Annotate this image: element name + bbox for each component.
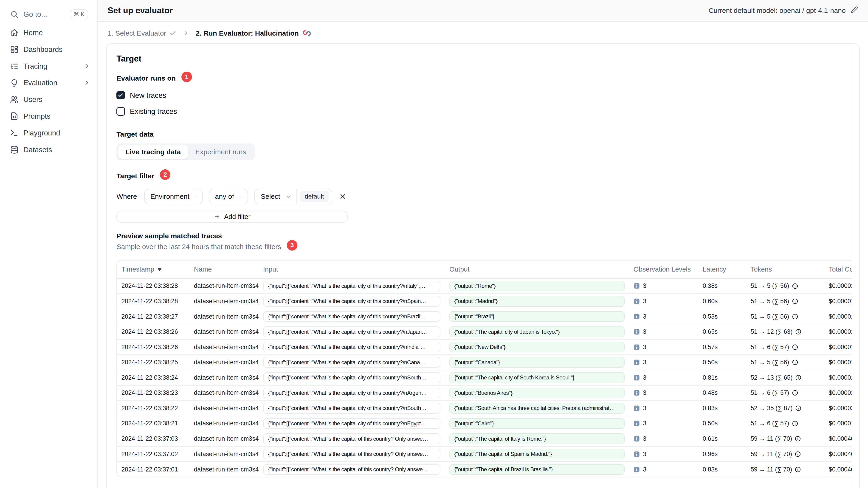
observation-count: 3: [643, 344, 646, 351]
observation-count: 3: [643, 435, 646, 442]
sidebar-item-tracing[interactable]: Tracing: [0, 58, 97, 75]
tokens-value: 51 → 6 (∑ 57): [751, 344, 789, 351]
observation-levels-cell: 3: [629, 431, 698, 447]
filter-column-select[interactable]: Environment: [144, 189, 203, 204]
traces-table: TimestampNameInputOutputObservation Leve…: [117, 261, 854, 477]
output-json-chip: {"output":"The capital city of South Kor…: [450, 372, 625, 383]
observation-levels-cell: 3: [629, 309, 698, 324]
column-header-name[interactable]: Name: [189, 261, 258, 279]
tab-experiment-runs[interactable]: Experiment runs: [188, 145, 253, 159]
sidebar-item-evaluation[interactable]: Evaluation: [0, 74, 97, 91]
output-cell: {"output":"Brazil"}: [445, 309, 629, 324]
table-row[interactable]: 2024-11-22 03:38:27dataset-run-item-cm3s…: [117, 309, 854, 324]
table-row[interactable]: 2024-11-22 03:38:28dataset-run-item-cm3s…: [117, 294, 854, 309]
output-json-chip: {"output":"The capital city of Japan is …: [450, 326, 625, 337]
table-row[interactable]: 2024-11-22 03:38:23dataset-run-item-cm3s…: [117, 385, 854, 401]
timestamp-cell: 2024-11-22 03:38:22: [117, 400, 189, 416]
breadcrumb-step-1[interactable]: 1. Select Evaluator: [108, 29, 176, 37]
info-square-icon: [633, 405, 640, 412]
output-cell: {"output":"The capital of Brazil is Bras…: [445, 462, 629, 477]
table-row[interactable]: 2024-11-22 03:37:03dataset-run-item-cm3s…: [117, 431, 854, 447]
info-circle-icon: [792, 298, 798, 304]
observation-count: 3: [643, 359, 646, 366]
checkbox-new-traces[interactable]: New traces: [117, 90, 849, 101]
goto-search[interactable]: Go to... ⌘ K: [0, 7, 97, 24]
sidebar-item-users[interactable]: Users: [0, 91, 97, 108]
close-icon: [339, 193, 347, 200]
column-header-observation-levels[interactable]: Observation Levels: [629, 261, 698, 279]
check-icon: [169, 30, 176, 36]
latency-cell: 0.57s: [698, 339, 746, 355]
output-cell: {"output":"The capital city of Japan is …: [445, 324, 629, 339]
table-row[interactable]: 2024-11-22 03:38:22dataset-run-item-cm3s…: [117, 400, 854, 416]
input-json-chip: {"input":[{"content":"What is the capita…: [263, 403, 441, 414]
sidebar-item-prompts[interactable]: Prompts: [0, 108, 97, 125]
sidebar-item-label: Datasets: [24, 145, 52, 154]
preview-subtitle: Sample over the last 24 hours that match…: [117, 243, 849, 253]
observation-count: 3: [643, 313, 646, 320]
sidebar-item-home[interactable]: Home: [0, 24, 97, 41]
filter-operator-select[interactable]: any of: [209, 189, 248, 204]
total-cost-cell: $0.000011 (: [825, 416, 854, 431]
info-circle-icon: [792, 314, 798, 320]
name-cell: dataset-run-item-cm3s4: [189, 279, 258, 294]
filter-value-button[interactable]: Select: [255, 189, 297, 204]
observation-levels-cell: 3: [629, 462, 698, 477]
default-model-label: Current default model: openai / gpt-4.1-…: [708, 7, 845, 14]
sidebar-item-playground[interactable]: Playground: [0, 125, 97, 141]
table-row[interactable]: 2024-11-22 03:37:01dataset-run-item-cm3s…: [117, 462, 854, 477]
datasets-icon: [10, 145, 19, 154]
table-row[interactable]: 2024-11-22 03:38:28dataset-run-item-cm3s…: [117, 279, 854, 294]
tokens-cell: 59 → 11 (∑ 70): [746, 462, 824, 477]
info-circle-icon: [795, 466, 801, 473]
column-header-tokens[interactable]: Tokens: [746, 261, 824, 279]
total-cost-cell: $0.00046 (: [825, 447, 854, 462]
search-icon: [10, 10, 19, 19]
input-cell: {"input":[{"content":"What is the capita…: [258, 355, 445, 370]
tokens-cell: 51 → 6 (∑ 57): [746, 339, 824, 355]
tab-live-tracing-data[interactable]: Live tracing data: [118, 145, 188, 159]
home-icon: [10, 29, 19, 37]
checkbox-label: New traces: [130, 91, 166, 100]
tokens-cell: 59 → 11 (∑ 70): [746, 447, 824, 462]
add-filter-button[interactable]: Add filter: [117, 211, 348, 223]
remove-filter-button[interactable]: [339, 193, 347, 200]
edit-pencil-icon[interactable]: [851, 6, 858, 15]
table-row[interactable]: 2024-11-22 03:38:25dataset-run-item-cm3s…: [117, 355, 854, 370]
vertical-scrollbar[interactable]: [852, 44, 854, 488]
input-cell: {"input":[{"content":"What is the capita…: [258, 462, 445, 477]
prompts-icon: [10, 112, 19, 120]
column-header-input[interactable]: Input: [258, 261, 445, 279]
checkbox-box[interactable]: [117, 91, 125, 99]
tokens-value: 59 → 11 (∑ 70): [751, 451, 792, 458]
table-row[interactable]: 2024-11-22 03:38:26dataset-run-item-cm3s…: [117, 324, 854, 339]
table-row[interactable]: 2024-11-22 03:38:24dataset-run-item-cm3s…: [117, 370, 854, 385]
checkbox-box[interactable]: [117, 107, 125, 116]
info-circle-icon: [795, 436, 801, 442]
info-circle-icon: [795, 405, 801, 411]
observation-count: 3: [643, 389, 646, 396]
latency-cell: 0.96s: [698, 447, 746, 462]
page-content: 1. Select Evaluator 2. Run Evaluator: Ha…: [98, 22, 868, 488]
output-json-chip: {"output":"The capital of Italy is Rome.…: [450, 433, 625, 444]
sort-desc-icon: [157, 268, 162, 271]
column-header-total-cost[interactable]: Total Cost: [825, 261, 854, 279]
input-cell: {"input":[{"content":"What is the capita…: [258, 385, 445, 401]
table-row[interactable]: 2024-11-22 03:38:21dataset-run-item-cm3s…: [117, 416, 854, 431]
input-cell: {"input":[{"content":"What is the capita…: [258, 431, 445, 447]
info-square-icon: [633, 344, 640, 351]
table-row[interactable]: 2024-11-22 03:37:02dataset-run-item-cm3s…: [117, 447, 854, 462]
column-header-output[interactable]: Output: [445, 261, 629, 279]
tokens-value: 51 → 5 (∑ 56): [751, 313, 789, 320]
checkbox-existing-traces[interactable]: Existing traces: [117, 106, 849, 117]
info-circle-icon: [792, 344, 798, 350]
observation-count: 3: [643, 282, 646, 289]
column-header-latency[interactable]: Latency: [698, 261, 746, 279]
table-row[interactable]: 2024-11-22 03:38:26dataset-run-item-cm3s…: [117, 339, 854, 355]
timestamp-cell: 2024-11-22 03:38:27: [117, 309, 189, 324]
column-header-timestamp[interactable]: Timestamp: [117, 261, 189, 279]
sidebar-item-datasets[interactable]: Datasets: [0, 141, 97, 158]
tokens-value: 59 → 11 (∑ 70): [751, 435, 792, 442]
latency-cell: 0.50s: [698, 355, 746, 370]
sidebar-item-dashboards[interactable]: Dashboards: [0, 41, 97, 58]
